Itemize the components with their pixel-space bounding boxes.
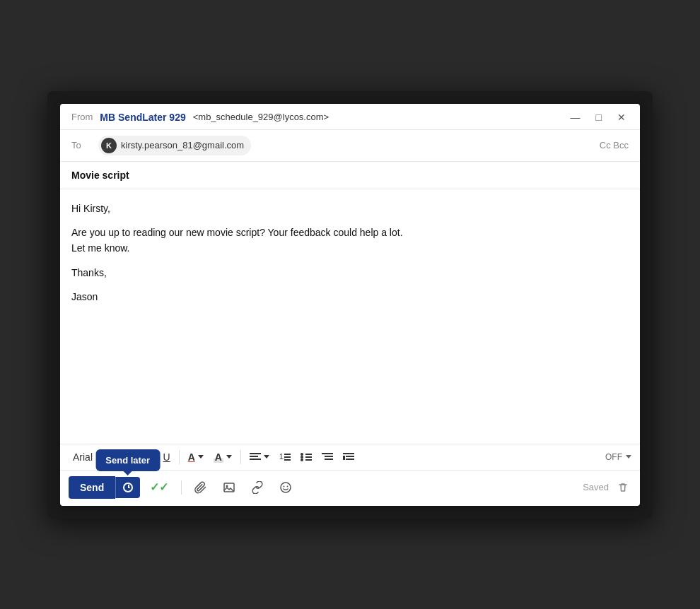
- off-chevron-icon: [626, 455, 631, 459]
- recipient-chip: K kirsty.pearson_81@gmail.com: [98, 136, 251, 155]
- trash-icon: [617, 482, 629, 493]
- svg-rect-12: [305, 459, 312, 461]
- delete-button[interactable]: [614, 480, 631, 495]
- svg-rect-5: [284, 456, 291, 458]
- spell-check-toggle[interactable]: OFF: [605, 452, 631, 462]
- svg-rect-2: [250, 459, 261, 460]
- emoji-icon: [279, 481, 292, 494]
- text-color-button[interactable]: A: [184, 449, 208, 466]
- schedule-button-wrapper: Send later: [115, 477, 140, 498]
- sender-name: MB SendLater 929: [100, 112, 185, 123]
- indent-icon: [343, 452, 354, 462]
- svg-point-7: [301, 453, 303, 456]
- align-button[interactable]: [245, 449, 274, 465]
- underline-button[interactable]: U: [159, 449, 175, 466]
- numbered-list-icon: 1.: [279, 452, 291, 462]
- svg-point-9: [301, 459, 303, 461]
- svg-rect-0: [250, 453, 261, 454]
- font-family-selector[interactable]: Arial: [69, 449, 97, 466]
- sender-email: <mb_schedule_929@lycos.com>: [193, 112, 329, 122]
- attachment-icon: [194, 481, 207, 494]
- avatar: K: [101, 138, 117, 153]
- highlight-chevron-icon: [226, 455, 232, 459]
- insert-link-button[interactable]: [245, 477, 269, 498]
- schedule-send-button[interactable]: [115, 477, 140, 498]
- clock-icon: [123, 483, 133, 492]
- send-button[interactable]: Send: [69, 476, 115, 499]
- separator-bottom: [181, 480, 182, 495]
- svg-rect-17: [346, 456, 354, 457]
- to-label: To: [71, 140, 91, 150]
- svg-point-22: [281, 483, 291, 492]
- email-body[interactable]: Hi Kirsty, Are you up to reading our new…: [60, 189, 640, 444]
- separator-1: [124, 450, 124, 464]
- font-size-chevron-icon: [114, 455, 119, 459]
- bottom-toolbar: Send Send later ✓✓: [60, 470, 640, 506]
- body-closing: Thanks,: [71, 265, 629, 280]
- subject-line: Movie script: [71, 170, 129, 181]
- numbered-list-button[interactable]: 1.: [275, 449, 295, 465]
- cc-bcc-button[interactable]: Cc Bcc: [600, 140, 629, 150]
- svg-rect-10: [305, 454, 312, 455]
- svg-rect-19: [343, 456, 345, 460]
- attach-file-button[interactable]: [189, 477, 213, 498]
- indent-button[interactable]: [339, 449, 358, 465]
- body-paragraph1: Are you up to reading our new movie scri…: [71, 225, 629, 256]
- align-icon: [250, 452, 261, 462]
- insert-image-button[interactable]: [217, 477, 241, 498]
- bullet-list-icon: [301, 452, 312, 462]
- svg-rect-13: [322, 453, 333, 454]
- font-size-selector[interactable]: 10: [101, 451, 119, 462]
- image-icon: [223, 481, 235, 494]
- svg-rect-1: [250, 456, 258, 457]
- from-label: From: [71, 112, 93, 122]
- align-chevron-icon: [264, 455, 269, 459]
- bold-button[interactable]: B: [129, 449, 144, 466]
- svg-rect-18: [346, 459, 354, 460]
- svg-point-8: [301, 456, 303, 459]
- close-button[interactable]: ✕: [614, 111, 629, 124]
- svg-rect-16: [343, 453, 354, 454]
- check-button[interactable]: ✓✓: [144, 476, 174, 498]
- outdent-icon: [322, 452, 333, 462]
- recipient-email: kirsty.pearson_81@gmail.com: [121, 140, 244, 150]
- outdent-button[interactable]: [317, 449, 337, 465]
- svg-rect-6: [284, 459, 291, 461]
- link-icon: [251, 481, 264, 494]
- svg-rect-15: [325, 459, 333, 460]
- svg-point-23: [284, 485, 285, 487]
- maximize-button[interactable]: □: [593, 111, 605, 124]
- separator-2: [179, 450, 180, 464]
- highlight-button[interactable]: A: [209, 449, 236, 466]
- svg-point-24: [287, 485, 288, 487]
- body-greeting: Hi Kirsty,: [71, 201, 629, 216]
- formatting-toolbar: Arial 10 B I U A A: [60, 444, 640, 470]
- svg-rect-4: [284, 454, 291, 455]
- svg-point-21: [226, 485, 228, 487]
- italic-button[interactable]: I: [146, 449, 158, 466]
- double-check-icon: ✓✓: [150, 480, 168, 494]
- text-color-chevron-icon: [198, 455, 204, 459]
- saved-status: Saved: [583, 480, 631, 495]
- body-signature: Jason: [71, 289, 629, 304]
- insert-emoji-button[interactable]: [274, 477, 298, 498]
- svg-rect-11: [305, 456, 312, 458]
- bullet-list-button[interactable]: [296, 449, 316, 465]
- separator-3: [240, 450, 241, 464]
- svg-rect-14: [325, 456, 333, 457]
- minimize-button[interactable]: —: [568, 111, 583, 124]
